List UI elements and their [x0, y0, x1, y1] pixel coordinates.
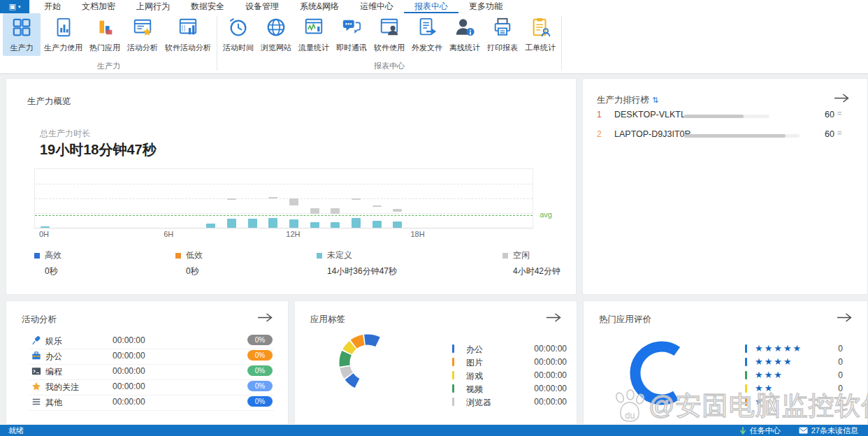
sort-icon[interactable]: ⇅: [652, 96, 658, 104]
gridline: [35, 184, 533, 184]
download-arrow-icon: [739, 426, 746, 435]
trend-flat-icon: =: [837, 109, 841, 117]
ribbon-button-热门应用[interactable]: 热门应用: [86, 13, 124, 56]
ribbon-group-items: 生产力生产力使用热门应用活动分析软件活动分析: [3, 13, 215, 61]
legend-value: 14小时36分钟47秒: [327, 266, 397, 277]
ribbon-button-label: 浏览网站: [261, 43, 291, 53]
tag-legend-row-图片[interactable]: 图片00:00:00: [452, 356, 567, 368]
activity-label: 办公: [45, 351, 62, 363]
chart-bar-未定义: [227, 219, 236, 228]
activity-percent-badge: 0%: [247, 350, 273, 361]
legend-item-空闲: 空闲4小时42分钟: [502, 249, 560, 277]
ribbon-button-工单统计[interactable]: 工单统计: [521, 13, 559, 56]
chart-bar-空闲: [393, 209, 402, 212]
activity-percent-badge: 0%: [247, 365, 273, 376]
ribbon-button-流量统计[interactable]: 流量统计: [295, 13, 333, 56]
ribbon-button-生产力[interactable]: 生产力: [3, 13, 41, 56]
ranking-row-LAPTOP-D9J3IT0R[interactable]: 2LAPTOP-D9J3IT0R60=: [583, 129, 867, 145]
ribbon-group-label: 报表中心: [219, 61, 559, 73]
panel-title-text: 生产力排行榜: [597, 95, 649, 105]
open-panel-arrow-icon[interactable]: [834, 93, 849, 106]
menu-tab-开始[interactable]: 开始: [34, 0, 71, 13]
menu-tab-系统&网络[interactable]: 系统&网络: [289, 0, 349, 13]
chart-bar-空闲: [331, 208, 340, 214]
rating-count: 0: [827, 344, 843, 354]
activity-time: 00:00:00: [113, 335, 145, 345]
microphone-icon: [31, 335, 41, 348]
doc-star-icon: [132, 17, 153, 41]
menu-lines-icon: [31, 397, 41, 409]
rating-row-2-stars[interactable]: ★★0: [745, 383, 846, 394]
menu-tab-文档加密[interactable]: 文档加密: [71, 0, 126, 13]
panel-app-tags: 应用标签 办公00:00:00图片00:00:00游戏00:00:00视频00:…: [294, 300, 577, 425]
tag-legend-row-浏览器[interactable]: 浏览器00:00:00: [452, 396, 567, 407]
activity-percent-badge: 0%: [247, 381, 273, 391]
rating-row-5-stars[interactable]: ★★★★★0: [745, 343, 846, 354]
unread-messages-button[interactable]: 27条未读信息: [799, 426, 858, 436]
tag-legend-row-游戏[interactable]: 游戏00:00:00: [452, 370, 567, 381]
ribbon-button-打印报表[interactable]: 打印报表: [484, 13, 521, 56]
menu-tab-设备管理[interactable]: 设备管理: [235, 0, 289, 13]
tag-legend-row-视频[interactable]: 视频00:00:00: [452, 383, 567, 394]
ribbon-button-外发文件[interactable]: 外发文件: [408, 13, 446, 56]
app-menu-button[interactable]: ▣ ▾: [0, 0, 29, 13]
menu-tab-运维中心[interactable]: 运维中心: [349, 0, 404, 13]
ribbon-button-软件使用[interactable]: 软件使用: [370, 13, 408, 56]
ribbon-button-活动分析[interactable]: 活动分析: [124, 13, 161, 56]
ranking-row-DESKTOP-VLKTL...[interactable]: 1DESKTOP-VLKTL...60=: [583, 110, 867, 125]
grid-icon: [11, 17, 32, 41]
ribbon-button-活动时间[interactable]: 活动时间: [219, 13, 257, 56]
x-tick-label: 0H: [39, 230, 49, 238]
star-icons: ★★: [755, 383, 774, 393]
activity-row-娱乐[interactable]: 娱乐00:00:000%: [29, 333, 274, 349]
menu-tab-数据安全[interactable]: 数据安全: [180, 0, 235, 13]
x-tick-label: 18H: [411, 230, 425, 238]
activity-row-办公[interactable]: 办公00:00:000%: [29, 349, 274, 365]
tag-legend-row-办公[interactable]: 办公00:00:00: [452, 343, 567, 354]
rating-row-1-stars[interactable]: ★: [745, 396, 846, 407]
menu-tab-报表中心[interactable]: 报表中心: [404, 0, 458, 13]
unread-messages-label: 27条未读信息: [811, 426, 858, 436]
chart-bar-未定义: [41, 226, 50, 228]
doc-chart-icon: [53, 17, 74, 41]
window-chart-icon: [178, 17, 198, 41]
ribbon-button-生产力使用[interactable]: 生产力使用: [41, 13, 86, 56]
chevron-down-icon: ▾: [18, 4, 21, 10]
ribbon-group-divider: [561, 16, 562, 71]
menu-tab-更多功能[interactable]: 更多功能: [458, 0, 513, 13]
legend-item-高效: 高效0秒: [34, 249, 62, 277]
panel-title: 生产力概览: [27, 96, 71, 108]
activity-row-其他[interactable]: 其他00:00:000%: [29, 395, 274, 411]
ribbon-group: 活动时间浏览网站流量统计即时通讯软件使用外发文件离线统计打印报表工单统计报表中心: [219, 13, 559, 73]
task-center-button[interactable]: 任务中心: [739, 426, 781, 436]
ribbon-button-label: 活动时间: [223, 43, 254, 53]
activity-row-我的关注[interactable]: 我的关注00:00:000%: [29, 379, 274, 395]
user-info-icon: [454, 17, 475, 41]
rating-row-4-stars[interactable]: ★★★★0: [745, 356, 846, 368]
activity-percent-badge: 0%: [247, 396, 273, 407]
ribbon-group-items: 活动时间浏览网站流量统计即时通讯软件使用外发文件离线统计打印报表工单统计: [219, 13, 559, 61]
chart-bar-未定义: [393, 221, 402, 228]
legend-tick: [452, 358, 454, 366]
ribbon-button-软件活动分析[interactable]: 软件活动分析: [161, 13, 215, 56]
menu-tab-上网行为[interactable]: 上网行为: [126, 0, 180, 13]
ribbon-button-离线统计[interactable]: 离线统计: [446, 13, 484, 56]
open-panel-arrow-icon[interactable]: [257, 312, 273, 325]
legend-label: 低效: [186, 249, 203, 261]
hot-bars-icon: [94, 17, 115, 41]
ribbon-button-浏览网站[interactable]: 浏览网站: [257, 13, 295, 56]
device-name: LAPTOP-D9J3IT0R: [614, 129, 691, 139]
chart-bar-未定义: [289, 219, 298, 228]
chart-bar-未定义: [206, 224, 215, 228]
rank-bar-track: [684, 115, 769, 118]
task-center-label: 任务中心: [750, 426, 781, 436]
menu-tabs: 开始文档加密上网行为数据安全设备管理系统&网络运维中心报表中心更多功能: [34, 0, 513, 13]
ribbon-button-即时通讯[interactable]: 即时通讯: [333, 13, 370, 56]
tag-time: 00:00:00: [522, 344, 567, 354]
doc-arrow-icon: [417, 17, 437, 41]
activity-time: 00:00:00: [113, 397, 145, 407]
legend-item-未定义: 未定义14小时36分钟47秒: [317, 249, 397, 277]
chart-bar-空闲: [289, 198, 298, 205]
activity-row-编程[interactable]: 编程00:00:000%: [29, 364, 274, 380]
rating-row-3-stars[interactable]: ★★★0: [745, 370, 846, 381]
